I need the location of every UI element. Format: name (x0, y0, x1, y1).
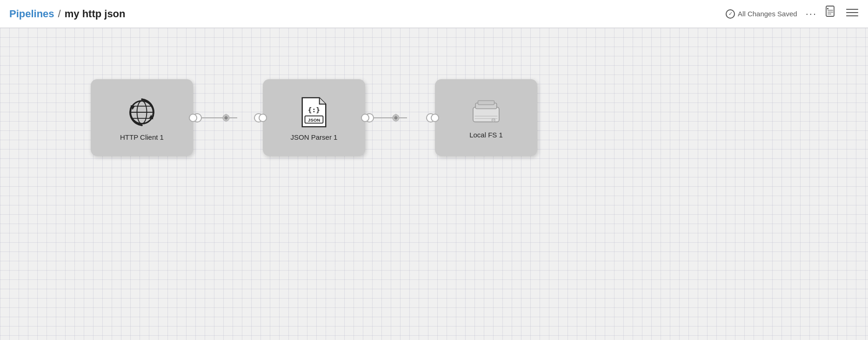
svg-rect-22 (395, 114, 397, 116)
local-fs-label: Local FS 1 (469, 131, 503, 139)
svg-text:{:}: {:} (308, 106, 320, 114)
http-client-label: HTTP Client 1 (120, 133, 164, 141)
svg-point-10 (223, 115, 229, 121)
local-fs-input-port[interactable] (431, 114, 439, 122)
local-fs-icon (470, 98, 502, 126)
node-http-client[interactable]: HTTP Client 1 (91, 79, 193, 156)
pipeline-name: my http json (65, 8, 126, 20)
svg-rect-1 (827, 8, 828, 9)
svg-rect-40 (478, 101, 494, 105)
arrows-layer (0, 28, 868, 340)
document-icon[interactable] (825, 6, 837, 22)
svg-point-11 (225, 116, 228, 120)
svg-rect-13 (226, 120, 227, 122)
svg-rect-0 (826, 6, 834, 16)
node-json-parser[interactable]: {:} JSON JSON Parser 1 (263, 79, 365, 156)
header: Pipelines / my http json ✓ All Changes S… (0, 0, 868, 28)
http-client-icon (126, 96, 158, 129)
breadcrumb-pipelines-link[interactable]: Pipelines (9, 8, 54, 20)
svg-rect-24 (393, 117, 394, 118)
svg-rect-12 (226, 114, 227, 116)
more-options-icon[interactable]: ··· (806, 8, 817, 20)
svg-point-20 (393, 115, 399, 121)
json-parser-icon: {:} JSON (300, 96, 328, 129)
header-actions: ✓ All Changes Saved ··· (726, 6, 859, 22)
svg-rect-23 (395, 120, 397, 122)
json-parser-label: JSON Parser 1 (291, 133, 338, 141)
pipeline-canvas[interactable]: HTTP Client 1 {:} JSON JSON Parser 1 (0, 28, 868, 340)
hamburger-menu-icon[interactable] (846, 7, 859, 21)
svg-rect-25 (398, 117, 399, 118)
http-client-output-port[interactable] (189, 114, 197, 122)
all-changes-saved-status: ✓ All Changes Saved (726, 9, 797, 19)
svg-rect-15 (228, 117, 229, 118)
json-parser-input-port[interactable] (259, 114, 267, 122)
all-changes-saved-label: All Changes Saved (738, 10, 797, 18)
svg-rect-38 (473, 107, 499, 122)
svg-rect-14 (223, 117, 224, 118)
breadcrumb: Pipelines / my http json (9, 8, 126, 20)
check-icon: ✓ (726, 9, 735, 19)
breadcrumb-separator: / (58, 8, 61, 20)
node-local-fs[interactable]: Local FS 1 (435, 79, 537, 156)
svg-text:JSON: JSON (308, 117, 320, 122)
json-parser-output-port[interactable] (361, 114, 369, 122)
svg-point-43 (492, 119, 495, 122)
svg-point-21 (394, 116, 398, 120)
